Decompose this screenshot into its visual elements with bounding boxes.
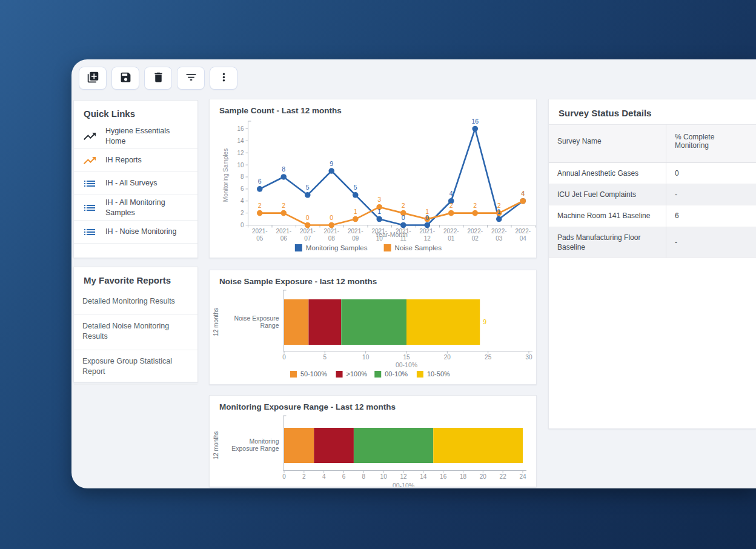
svg-text:01: 01: [448, 235, 455, 242]
svg-text:8: 8: [240, 173, 244, 180]
svg-text:50-100%: 50-100%: [300, 370, 327, 378]
svg-text:14: 14: [237, 138, 244, 144]
app-background: { "colors": { "series_blue": "#2c66ae", …: [0, 0, 756, 549]
noise-sample-exposure-bar-chart: 0510152025303489Noise ExposureRange12 mo…: [210, 270, 537, 385]
quick-links-panel: Quick Links Hygiene Essentials Home IH R…: [73, 100, 198, 258]
add-report-button[interactable]: [79, 67, 107, 90]
svg-text:3: 3: [377, 196, 381, 203]
svg-text:0: 0: [330, 214, 333, 221]
table-row: ICU Jet Fuel Complaints -: [549, 184, 756, 205]
svg-text:4: 4: [240, 198, 244, 204]
svg-text:10: 10: [237, 162, 244, 168]
svg-text:25: 25: [485, 354, 492, 361]
svg-text:2021-: 2021-: [300, 228, 316, 235]
delete-icon: [152, 71, 165, 85]
sidebar-item-ih-reports[interactable]: IH Reports: [74, 149, 197, 172]
favorite-reports-panel: My Favorite Reports Detailed Monitoring …: [73, 267, 198, 382]
list-icon: [82, 176, 97, 191]
svg-text:Year-Month: Year-Month: [375, 231, 408, 238]
svg-text:2021-: 2021-: [323, 228, 339, 235]
svg-text:16: 16: [440, 473, 447, 480]
svg-text:2: 2: [258, 202, 262, 209]
svg-text:12 months: 12 months: [213, 431, 219, 460]
svg-text:08: 08: [328, 235, 336, 242]
svg-text:4: 4: [322, 473, 326, 480]
filter-icon: [185, 71, 197, 85]
noise-sample-exposure-chart-card: Noise Sample Exposure - last 12 months 0…: [209, 270, 537, 385]
svg-text:0: 0: [402, 214, 405, 221]
svg-text:2: 2: [240, 210, 244, 216]
table-row: Pads Manufacturing Floor Baseline -: [549, 227, 756, 258]
sample-count-chart-card: Sample Count - Last 12 months 0246810121…: [209, 99, 537, 258]
svg-text:5: 5: [306, 184, 310, 191]
svg-text:16: 16: [471, 118, 479, 125]
favorite-report-detailed-monitoring-results[interactable]: Detailed Monitoring Results: [74, 290, 197, 315]
svg-text:30: 30: [525, 354, 532, 361]
svg-text:6: 6: [342, 473, 346, 480]
sidebar-item-label: IH - All Surveys: [105, 178, 157, 188]
svg-text:>100%: >100%: [346, 370, 368, 378]
svg-text:2: 2: [449, 202, 453, 209]
cell-survey-name: ICU Jet Fuel Complaints: [549, 184, 666, 205]
svg-text:20: 20: [480, 473, 487, 480]
svg-text:5: 5: [354, 184, 357, 191]
svg-text:2022-: 2022-: [515, 228, 531, 235]
save-button[interactable]: [111, 67, 139, 90]
svg-text:6: 6: [258, 178, 262, 185]
table-row: Machine Room 141 Baseline 6: [549, 205, 756, 227]
svg-text:Monitoring Samples: Monitoring Samples: [222, 148, 229, 202]
svg-text:0: 0: [306, 214, 310, 221]
sidebar-item-label: IH - All Monitoring Samples: [105, 198, 189, 218]
more-options-button[interactable]: [210, 67, 237, 90]
svg-text:Monitoring Samples: Monitoring Samples: [306, 244, 368, 251]
delete-button[interactable]: [144, 67, 172, 90]
svg-text:00-10%: 00-10%: [385, 370, 408, 378]
svg-text:8: 8: [362, 473, 366, 480]
quick-links-title: Quick Links: [74, 101, 197, 124]
favorite-report-detailed-noise-monitoring-results[interactable]: Detailed Noise Monitoring Results: [74, 315, 197, 350]
sidebar-item-ih-all-monitoring-samples[interactable]: IH - All Monitoring Samples: [74, 195, 197, 221]
svg-text:2022-: 2022-: [467, 228, 483, 235]
survey-status-title: Survey Status Details: [549, 99, 756, 124]
sidebar-item-label: IH - Noise Monitoring: [105, 227, 176, 237]
svg-text:1: 1: [377, 208, 381, 215]
save-icon: [119, 71, 132, 85]
favorite-report-exposure-group-statistical-report[interactable]: Exposure Group Statistical Report: [74, 350, 197, 385]
sidebar-item-label: Hygiene Essentials Home: [105, 126, 189, 146]
sidebar-item-ih-all-surveys[interactable]: IH - All Surveys: [74, 172, 197, 195]
svg-text:16: 16: [237, 125, 244, 132]
svg-text:2: 2: [282, 202, 285, 209]
svg-text:2021-: 2021-: [252, 228, 268, 235]
svg-text:00-10%: 00-10%: [396, 361, 417, 368]
column-header-percent-complete-monitoring: % Complete Monitoring: [666, 125, 756, 163]
dashboard-panel: Quick Links Hygiene Essentials Home IH R…: [71, 59, 756, 488]
svg-text:2: 2: [402, 202, 405, 209]
svg-text:20: 20: [444, 354, 451, 361]
cell-percent-complete: -: [666, 184, 756, 205]
table-row: Annual Anesthetic Gases 0: [549, 163, 756, 184]
sample-count-line-chart: 02468101214162021-052021-062021-072021-0…: [210, 99, 537, 258]
filter-button[interactable]: [177, 67, 205, 90]
cell-percent-complete: 6: [666, 205, 756, 227]
svg-text:Range: Range: [260, 322, 279, 329]
svg-text:10-50%: 10-50%: [427, 370, 450, 378]
svg-text:2021-: 2021-: [276, 228, 291, 235]
cell-percent-complete: -: [666, 227, 756, 258]
svg-text:Exposure Range: Exposure Range: [231, 445, 279, 452]
survey-status-details-panel: Survey Status Details Survey Name % Comp…: [548, 99, 756, 429]
svg-text:1: 1: [425, 208, 429, 215]
svg-text:Noise Samples: Noise Samples: [395, 244, 442, 251]
svg-text:8: 8: [282, 165, 285, 173]
sidebar-item-hygiene-essentials-home[interactable]: Hygiene Essentials Home: [74, 124, 197, 149]
svg-text:18: 18: [460, 473, 467, 480]
svg-text:Monitoring: Monitoring: [249, 438, 279, 445]
cell-survey-name: Pads Manufacturing Floor Baseline: [549, 227, 666, 258]
svg-text:09: 09: [352, 235, 359, 242]
svg-text:12 months: 12 months: [213, 308, 219, 336]
cell-survey-name: Machine Room 141 Baseline: [549, 205, 666, 227]
more-vert-icon: [217, 71, 230, 85]
svg-text:2021-: 2021-: [419, 228, 435, 235]
toolbar: [79, 67, 237, 90]
svg-text:02: 02: [472, 235, 479, 242]
sidebar-item-ih-noise-monitoring[interactable]: IH - Noise Monitoring: [74, 221, 197, 244]
